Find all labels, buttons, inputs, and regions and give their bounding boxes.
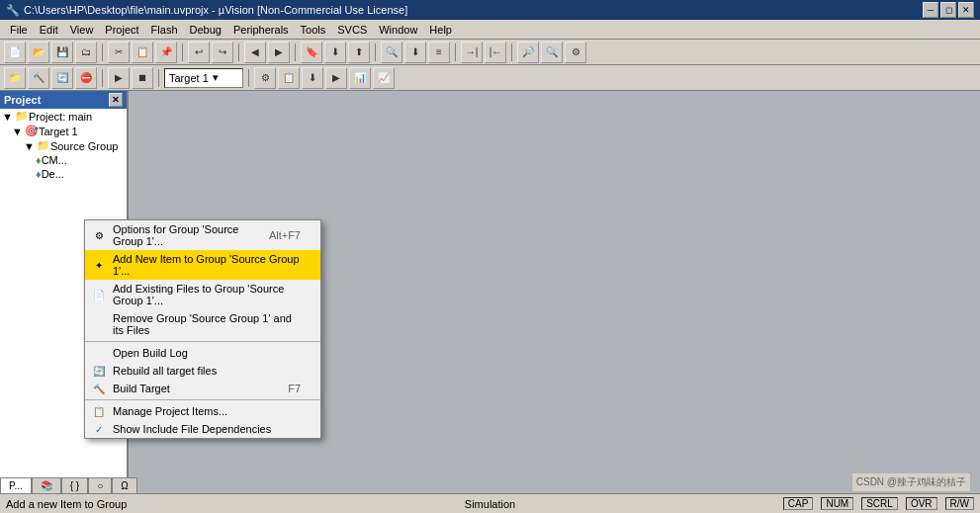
settings-button[interactable]: ⚙ <box>565 42 586 63</box>
tab-books[interactable]: 📚 <box>32 477 61 493</box>
find-button[interactable]: 🔍 <box>381 42 402 63</box>
ctx-label-rebuild: Rebuild all target files <box>113 365 217 377</box>
debug-start[interactable]: ▶ <box>325 67 347 89</box>
menu-view[interactable]: View <box>64 22 100 38</box>
cut-button[interactable]: ✂ <box>108 42 130 63</box>
undo-button[interactable]: ↩ <box>188 42 210 63</box>
ctx-remove-group[interactable]: Remove Group 'Source Group 1' and its Fi… <box>85 309 320 339</box>
ctx-label-build-log: Open Build Log <box>113 347 188 359</box>
ovr-indicator: OVR <box>906 497 937 510</box>
find-next[interactable]: ⬇ <box>404 42 426 63</box>
menu-tools[interactable]: Tools <box>295 22 332 38</box>
sep-t2-3 <box>248 69 249 87</box>
menu-debug[interactable]: Debug <box>184 22 227 38</box>
outdent-button[interactable]: |← <box>485 42 506 63</box>
bookmark-button[interactable]: 🔖 <box>301 42 322 63</box>
separator-3 <box>238 43 239 61</box>
tree-item-project[interactable]: ▼ 📁 Project: main <box>0 109 127 124</box>
tab-regs[interactable]: Ω <box>112 477 136 493</box>
options-icon: ⚙ <box>91 230 107 241</box>
find-all[interactable]: ≡ <box>428 42 450 63</box>
paste-button[interactable]: 📌 <box>155 42 177 63</box>
separator-2 <box>182 43 183 61</box>
sep-t2-2 <box>158 69 159 87</box>
restore-button[interactable]: ◻ <box>940 2 956 18</box>
save-all-button[interactable]: 🗂 <box>75 42 97 63</box>
menu-project[interactable]: Project <box>99 22 144 38</box>
status-message: Add a new Item to Group <box>6 498 127 510</box>
menu-edit[interactable]: Edit <box>34 22 64 38</box>
tab-project[interactable]: P... <box>0 477 32 493</box>
menu-svcs[interactable]: SVCS <box>331 22 373 38</box>
redo-button[interactable]: ↪ <box>212 42 233 63</box>
menu-help[interactable]: Help <box>423 22 458 38</box>
options-btn[interactable]: ⚙ <box>254 67 276 89</box>
bookmark-next[interactable]: ⬇ <box>324 42 346 63</box>
build-btn[interactable]: 🔨 <box>28 67 49 89</box>
expand-icon-src: ▼ <box>24 140 35 152</box>
target-combo[interactable]: Target 1 ▾ <box>164 68 243 88</box>
status-bar: Add a new Item to Group Simulation CAP N… <box>0 493 980 513</box>
ctx-show-include[interactable]: ✓ Show Include File Dependencies <box>85 420 320 438</box>
manage-btn[interactable]: 📋 <box>278 67 300 89</box>
project-panel: Project ✕ ▼ 📁 Project: main ▼ 🎯 Target 1… <box>0 91 129 493</box>
dbg2[interactable]: ⏹ <box>132 67 153 89</box>
menu-flash[interactable]: Flash <box>145 22 184 38</box>
debug-trace[interactable]: 📊 <box>349 67 371 89</box>
indent-button[interactable]: →| <box>461 42 483 63</box>
menu-window[interactable]: Window <box>373 22 423 38</box>
tree-item-sourcegroup[interactable]: ▼ 📁 Source Group <box>0 138 127 153</box>
navigate-back-button[interactable]: ◀ <box>244 42 266 63</box>
minimize-button[interactable]: ─ <box>923 2 938 18</box>
ctx-label-add-new: Add New Item to Group 'Source Group 1'..… <box>113 253 301 277</box>
ctx-rebuild-all[interactable]: 🔄 Rebuild all target files <box>85 362 320 380</box>
project-btn[interactable]: 📁 <box>4 67 26 89</box>
menu-peripherals[interactable]: Peripherals <box>227 22 295 38</box>
ctx-open-build-log[interactable]: Open Build Log <box>85 344 320 362</box>
ctx-label-remove: Remove Group 'Source Group 1' and its Fi… <box>113 312 301 336</box>
toolbar-1: 📄 📂 💾 🗂 ✂ 📋 📌 ↩ ↪ ◀ ▶ 🔖 ⬇ ⬆ 🔍 ⬇ ≡ →| |← … <box>0 40 980 65</box>
cap-indicator: CAP <box>783 497 814 510</box>
debug-btn[interactable]: ▶ <box>108 67 130 89</box>
status-mode: Simulation <box>465 498 515 510</box>
save-button[interactable]: 💾 <box>51 42 73 63</box>
scrl-indicator: SCRL <box>861 497 898 510</box>
close-button[interactable]: ✕ <box>958 2 974 18</box>
navigate-fwd-button[interactable]: ▶ <box>268 42 290 63</box>
tree-label-cm: CM... <box>42 154 67 166</box>
status-indicators: CAP NUM SCRL OVR R/W <box>783 497 974 510</box>
ctx-add-new-item[interactable]: ✦ Add New Item to Group 'Source Group 1'… <box>85 250 320 280</box>
new-file-button[interactable]: 📄 <box>4 42 26 63</box>
num-indicator: NUM <box>821 497 853 510</box>
expand-icon: ▼ <box>2 111 13 123</box>
tab-functions[interactable]: { } <box>61 477 88 493</box>
zoom-out[interactable]: 🔍 <box>541 42 563 63</box>
copy-button[interactable]: 📋 <box>132 42 153 63</box>
tree-item-target[interactable]: ▼ 🎯 Target 1 <box>0 124 127 138</box>
ctx-shortcut-build: F7 <box>288 383 301 394</box>
zoom-in[interactable]: 🔎 <box>517 42 539 63</box>
ctx-manage-project[interactable]: 📋 Manage Project Items... <box>85 402 320 420</box>
download-btn[interactable]: ⬇ <box>302 67 323 89</box>
project-panel-title: Project <box>4 94 41 106</box>
menu-file[interactable]: File <box>4 22 34 38</box>
open-button[interactable]: 📂 <box>28 42 49 63</box>
tree-label-project: Project: main <box>29 111 92 123</box>
tree-item-de[interactable]: ♦ De... <box>0 167 127 181</box>
separator-5 <box>375 43 376 61</box>
app-icon: 🔧 <box>6 4 20 17</box>
ctx-options-group[interactable]: ⚙ Options for Group 'Source Group 1'... … <box>85 220 320 250</box>
tree-label-target: Target 1 <box>39 126 78 137</box>
stop-btn[interactable]: ⛔ <box>75 67 97 89</box>
bookmark-prev[interactable]: ⬆ <box>348 42 370 63</box>
ctx-add-existing[interactable]: 📄 Add Existing Files to Group 'Source Gr… <box>85 280 320 309</box>
rebuild-btn[interactable]: 🔄 <box>51 67 73 89</box>
title-bar-left: 🔧 C:\Users\HP\Desktop\file\main.uvprojx … <box>6 4 407 17</box>
ctx-label-options: Options for Group 'Source Group 1'... <box>113 223 269 247</box>
tab-templates[interactable]: ○ <box>88 477 112 493</box>
project-panel-close[interactable]: ✕ <box>109 93 123 107</box>
ctx-build-target[interactable]: 🔨 Build Target F7 <box>85 380 320 397</box>
context-menu: ⚙ Options for Group 'Source Group 1'... … <box>84 219 321 439</box>
tree-item-cm[interactable]: ♦ CM... <box>0 153 127 167</box>
logic-analyzer[interactable]: 📈 <box>373 67 395 89</box>
